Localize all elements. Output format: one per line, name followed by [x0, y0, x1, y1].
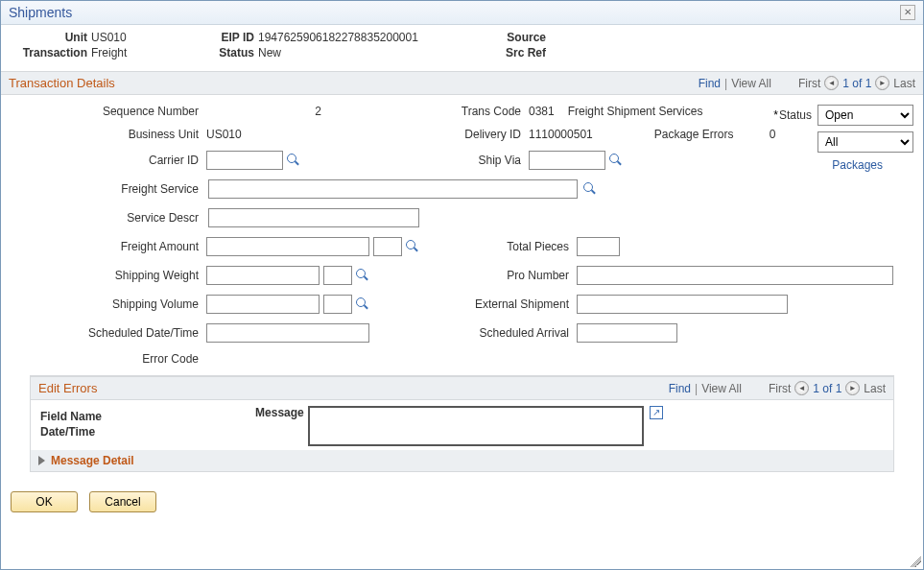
shipping-volume-input[interactable] [206, 295, 320, 314]
titlebar: Shipments ✕ [1, 1, 923, 25]
label-status-field: Status [773, 108, 812, 122]
last-label: Last [893, 77, 915, 90]
errors-prev-icon[interactable]: ◄ [794, 381, 809, 395]
label-pronum: Pro Number [448, 269, 573, 282]
value-eip: 19476259061822788352​00001 [258, 31, 418, 44]
expand-icon[interactable] [38, 456, 45, 465]
label-sdescr: Service Descr [11, 211, 202, 225]
section-nav: Find | View All First ◄ 1 of 1 ► Last [699, 76, 915, 90]
label-sweight: Shipping Weight [11, 269, 202, 282]
value-unit: US010 [91, 31, 127, 44]
message-detail-bar: Message Detail [31, 450, 893, 471]
first-label: First [798, 77, 820, 90]
label-fieldname: Field Name [40, 410, 102, 423]
label-unit: Unit [11, 31, 87, 44]
value-pkgerr: 0 [746, 128, 775, 141]
external-shipment-input[interactable] [577, 295, 788, 314]
value-delivery: 1110000501 [529, 128, 593, 141]
errors-nav: Find | View All First ◄ 1 of 1 ► Last [669, 381, 886, 395]
freight-service-lookup-icon[interactable] [583, 182, 597, 196]
value-transaction: Freight [91, 46, 127, 59]
value-transcode: 0381 [529, 105, 555, 118]
shipping-weight-lookup-icon[interactable] [356, 269, 369, 282]
next-icon[interactable]: ► [875, 76, 889, 90]
status-select[interactable]: Open [817, 105, 913, 126]
shipments-window: Shipments ✕ UnitUS010 EIP ID194762590618… [0, 0, 924, 570]
viewall-link[interactable]: View All [731, 77, 771, 90]
shipping-volume-lookup-icon[interactable] [356, 297, 369, 311]
edit-errors-bar: Edit Errors Find | View All First ◄ 1 of… [31, 376, 893, 400]
freight-amount-input[interactable] [206, 237, 369, 256]
scheduled-arrival-input[interactable] [577, 323, 677, 343]
errors-last-label: Last [864, 382, 886, 395]
shipvia-input[interactable] [529, 151, 605, 170]
label-famount: Freight Amount [11, 240, 202, 253]
message-detail-label[interactable]: Message Detail [51, 454, 134, 467]
label-extship: External Shipment [448, 297, 573, 311]
label-transaction: Transaction [11, 46, 87, 59]
close-icon[interactable]: ✕ [900, 5, 915, 20]
freight-amount-currency-input[interactable] [373, 237, 402, 256]
carrier-input[interactable] [206, 151, 283, 170]
value-bu: US010 [206, 128, 242, 141]
label-status: Status [206, 46, 254, 59]
edit-errors-box: Edit Errors Find | View All First ◄ 1 of… [30, 375, 894, 472]
top-right-panel: Status Open All Packages [773, 105, 913, 172]
ok-button[interactable]: OK [11, 491, 78, 512]
label-tpieces: Total Pieces [448, 240, 573, 253]
message-textarea[interactable] [308, 406, 644, 446]
filter-select[interactable]: All [817, 131, 913, 153]
shipping-weight-uom-input[interactable] [323, 266, 352, 285]
value-seq: 2 [206, 105, 321, 118]
label-schedarr: Scheduled Arrival [448, 326, 573, 340]
shipvia-lookup-icon[interactable] [609, 154, 623, 167]
packages-link[interactable]: Packages [832, 158, 883, 172]
label-srcref: Src Ref [498, 46, 546, 59]
errors-next-icon[interactable]: ► [845, 381, 860, 395]
label-scheddt: Scheduled Date/Time [11, 326, 202, 340]
label-eip: EIP ID [206, 31, 254, 44]
errors-viewall-link[interactable]: View All [701, 382, 742, 395]
label-svolume: Shipping Volume [11, 297, 202, 311]
position-label: 1 of 1 [842, 77, 871, 90]
label-transcode: Trans Code [448, 105, 525, 118]
prev-icon[interactable]: ◄ [824, 76, 839, 90]
edit-errors-title: Edit Errors [38, 381, 97, 395]
label-datetime: Date/Time [40, 425, 102, 439]
header: UnitUS010 EIP ID19476259061822788352​000… [1, 25, 923, 71]
button-row: OK Cancel [1, 482, 923, 522]
pro-number-input[interactable] [577, 266, 893, 285]
total-pieces-input[interactable] [577, 237, 620, 256]
errors-position-label: 1 of 1 [813, 382, 841, 395]
service-descr-input[interactable] [208, 208, 419, 227]
label-pkgerr: Package Errors [654, 128, 734, 141]
label-seq: Sequence Number [11, 105, 202, 118]
shipping-volume-uom-input[interactable] [323, 295, 352, 314]
value-transcode-descr: Freight Shipment Services [568, 105, 703, 118]
label-bu: Business Unit [11, 128, 202, 141]
value-status: New [258, 46, 281, 59]
find-link[interactable]: Find [699, 77, 721, 90]
label-delivery: Delivery ID [448, 128, 525, 141]
edit-errors-body: Field Name Date/Time Message ↗ [31, 400, 893, 450]
label-source: Source [498, 31, 546, 44]
errors-find-link[interactable]: Find [669, 382, 691, 395]
freight-service-input[interactable] [208, 179, 578, 199]
resize-grip-icon[interactable] [910, 556, 921, 567]
form-area: Status Open All Packages Sequence Number… [1, 95, 923, 472]
window-title: Shipments [9, 5, 72, 20]
label-shipvia: Ship Via [448, 154, 525, 167]
shipping-weight-input[interactable] [206, 266, 320, 285]
popout-icon[interactable]: ↗ [650, 406, 663, 419]
carrier-lookup-icon[interactable] [287, 154, 300, 167]
label-errcode: Error Code [11, 352, 202, 366]
scheduled-datetime-input[interactable] [206, 323, 369, 343]
label-message: Message [255, 406, 304, 419]
label-fservice: Freight Service [11, 182, 202, 196]
errors-first-label: First [769, 382, 791, 395]
transaction-details-title: Transaction Details [9, 76, 115, 90]
label-carrier: Carrier ID [11, 154, 202, 167]
freight-amount-lookup-icon[interactable] [406, 240, 419, 253]
cancel-button[interactable]: Cancel [89, 491, 156, 512]
transaction-details-bar: Transaction Details Find | View All Firs… [1, 71, 923, 95]
